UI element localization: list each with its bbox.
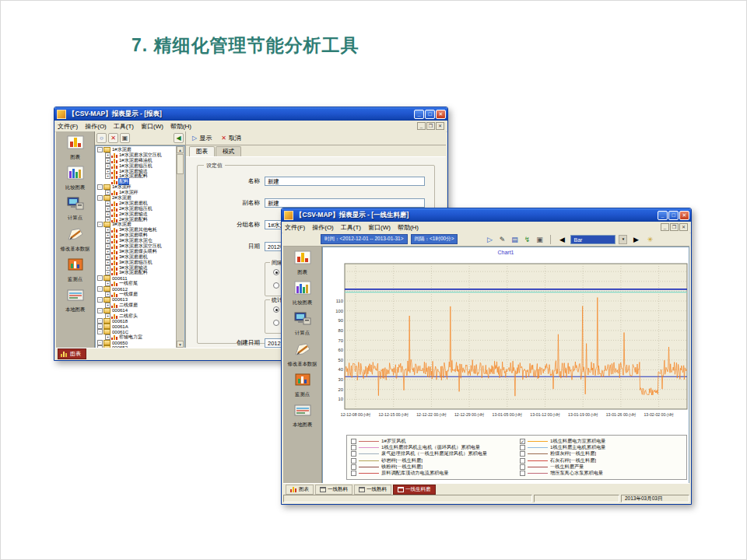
radio-icon[interactable] (273, 269, 279, 275)
legend-item[interactable]: 废气处理排风机（一线生料磨尾排风机）累积电量 (351, 451, 514, 457)
expand-icon[interactable]: - (97, 297, 103, 303)
checkbox-icon[interactable] (351, 445, 356, 450)
legend-item[interactable]: 1#罗茨风机 (351, 438, 514, 444)
expand-icon[interactable]: - (97, 286, 103, 292)
tab-chart[interactable]: 图表 (189, 146, 215, 156)
chart-type-select[interactable]: Bar (570, 235, 615, 244)
menu-item[interactable]: 帮助(H) (398, 223, 419, 232)
sidebar-item-local-chart[interactable]: 本地图表 (58, 288, 93, 312)
mdi-close-button[interactable]: ✕ (436, 122, 444, 130)
checkbox-icon[interactable] (351, 451, 356, 457)
tree-item[interactable]: +1#水泥秤 (96, 190, 184, 195)
expand-icon[interactable]: - (97, 184, 103, 190)
legend-item[interactable]: 1线生料磨排风机主电机（循环风机）累积电量 (351, 444, 514, 450)
tree-item[interactable]: +一线窑尾 (96, 281, 184, 286)
menu-item[interactable]: 窗口(W) (141, 122, 163, 131)
prev-chart-button[interactable]: ◀ (556, 234, 567, 245)
settings-button[interactable]: ✳ (644, 234, 655, 245)
time-range-chip[interactable]: 时间：<2012-12-01 -- 2013-01-31> (321, 234, 408, 244)
minimize-button[interactable]: _ (658, 211, 668, 220)
bottom-tab-一线熟料[interactable]: 一线熟料 (354, 485, 391, 495)
expand-icon[interactable]: - (97, 222, 103, 227)
tree-item[interactable]: -000618 (96, 319, 184, 324)
legend-item[interactable]: 粉煤灰秤[一线生料磨] (520, 451, 682, 457)
tree-scrollbar[interactable]: ▲ ▼ (176, 146, 184, 348)
mdi-minimize-button[interactable]: _ (661, 223, 669, 231)
scroll-thumb[interactable] (177, 154, 184, 174)
show-button[interactable]: ▷ 显示 (192, 134, 212, 142)
legend-item[interactable]: 一线生料磨产量 (520, 464, 682, 471)
window1-titlebar[interactable]: 【CSV-MAP】报表显示 - [报表] _ □ ✕ (54, 107, 447, 121)
menu-item[interactable]: 工具(T) (341, 223, 361, 232)
radio-icon[interactable] (273, 320, 279, 326)
sidebar-item-edit-basic-data[interactable]: 修改基本数据 (285, 342, 321, 366)
mdi-minimize-button[interactable]: _ (417, 122, 426, 130)
sidebar-item-compare-chart[interactable]: 比较图表 (285, 281, 321, 305)
sidebar-item-calc-point[interactable]: 计算点 (285, 311, 321, 335)
legend-item[interactable]: ✓1线生料磨电力室累积电量 (520, 438, 682, 444)
cancel-button[interactable]: ✕ 取消 (221, 134, 241, 142)
tree-item[interactable]: +3#水泥磨配料 (96, 270, 184, 275)
checkbox-icon[interactable] (520, 445, 525, 450)
copy-button[interactable]: ▣ (120, 133, 130, 143)
bottom-tab-一线生料磨[interactable]: 一线生料磨 (393, 485, 436, 495)
checkbox-icon[interactable] (351, 458, 356, 464)
chevron-down-icon[interactable]: ▼ (619, 235, 627, 244)
sidebar-item-monitor-point[interactable]: 监测点 (285, 373, 321, 397)
new-button[interactable]: ○ (96, 133, 107, 143)
minimize-button[interactable]: _ (414, 110, 424, 119)
window2-titlebar[interactable]: 【CSV-MAP】报表显示 - [一线生料磨] _ □ ✕ (282, 208, 691, 222)
checkbox-icon[interactable] (520, 471, 525, 476)
sidebar-item-compare-chart[interactable]: 比较图表 (58, 166, 93, 190)
sidebar-item-calc-point[interactable]: 计算点 (58, 196, 93, 220)
sidebar-item-local-chart[interactable]: 本地图表 (285, 403, 321, 427)
tab-mode[interactable]: 模式 (216, 146, 241, 156)
tree-item[interactable]: +二线窑头 (96, 313, 184, 319)
mdi-restore-button[interactable]: ❐ (670, 223, 679, 231)
checkbox-icon[interactable] (351, 471, 356, 476)
tree-item[interactable]: +2#水泥磨配料 (96, 217, 184, 222)
menu-item[interactable]: 工具(T) (114, 122, 134, 131)
tree-item[interactable]: -000613 (96, 297, 184, 303)
interval-chip[interactable]: 间隔：<1时00分> (411, 234, 458, 244)
bottom-tab-图表[interactable]: 图表 (286, 485, 314, 495)
legend-item[interactable]: 砂岩秤[一线生料磨] (351, 457, 514, 464)
bottom-tab-一线熟料[interactable]: 一线熟料 (315, 485, 352, 495)
expand-icon[interactable]: - (97, 147, 103, 152)
checkbox-icon[interactable] (520, 451, 525, 457)
edit-button[interactable]: ✎ (496, 234, 507, 245)
delete-button[interactable]: ✕ (108, 133, 118, 143)
maximize-button[interactable]: □ (668, 211, 679, 220)
mdi-restore-button[interactable]: ❐ (426, 122, 435, 130)
menu-item[interactable]: 窗口(W) (368, 223, 391, 232)
tree-item[interactable]: -000612 (96, 286, 184, 292)
tree-item[interactable]: +一线煤磨 (96, 292, 184, 297)
legend-item[interactable]: 石灰石秤[一线生料磨] (520, 457, 682, 464)
radio-icon[interactable] (273, 282, 279, 289)
tree-item[interactable]: -1#水泥秤 (96, 184, 184, 190)
next-chart-button[interactable]: ▶ (630, 234, 641, 245)
expand-icon[interactable]: + (105, 173, 110, 179)
copy-button[interactable]: ▣ (534, 234, 545, 245)
checkbox-icon[interactable] (351, 464, 356, 470)
chart-bottom-tab[interactable]: 图表 (58, 348, 86, 359)
checkbox-icon[interactable] (520, 464, 525, 470)
tree-item[interactable]: -00061A (96, 324, 184, 329)
radio-icon[interactable] (273, 306, 279, 313)
sidebar-item-edit-basic-data[interactable]: 修改基本数据 (58, 227, 93, 251)
legend-item[interactable]: 1线生料磨主电机累积电量 (520, 444, 682, 450)
legend-item[interactable]: 铁粉秤[一线生料磨] (351, 464, 514, 471)
menu-item[interactable]: 操作(O) (85, 122, 107, 131)
menu-item[interactable]: 文件(F) (58, 122, 78, 131)
tree-item[interactable]: +二线煤磨 (96, 303, 184, 308)
sidebar-item-chart[interactable]: 图表 (58, 135, 93, 159)
tree-item[interactable]: +窑辅电力室 (96, 334, 184, 340)
checkbox-icon[interactable] (351, 439, 356, 444)
maximize-button[interactable]: □ (425, 110, 435, 119)
legend-item[interactable]: 增压泵离心水泵累积电量 (520, 471, 682, 477)
scroll-up-icon[interactable]: ▲ (177, 146, 184, 153)
link-button[interactable]: ↯ (521, 234, 532, 245)
close-button[interactable]: ✕ (679, 211, 689, 220)
expand-icon[interactable]: - (97, 308, 103, 313)
menu-item[interactable]: 帮助(H) (170, 122, 191, 131)
